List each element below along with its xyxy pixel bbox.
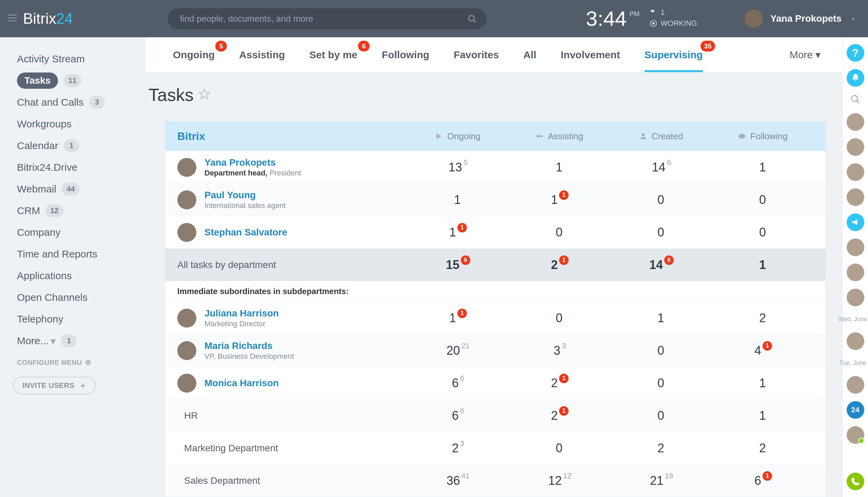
totals-row: All tasks by department 156 21 146 1 — [165, 248, 826, 281]
table-row[interactable]: Stephan Salvatore11000 — [165, 216, 826, 248]
contact-avatar[interactable] — [846, 289, 864, 306]
user-menu[interactable]: Yana Prokopets ▾ — [745, 10, 854, 28]
tab[interactable]: Assisting — [227, 37, 297, 72]
search-input[interactable] — [168, 8, 486, 29]
svg-line-4 — [473, 20, 476, 23]
sidebar-item[interactable]: Activity Stream — [8, 48, 138, 70]
table-cell: 0 — [508, 311, 610, 325]
tab[interactable]: Involvement — [549, 37, 632, 72]
contact-avatar[interactable] — [846, 163, 864, 181]
table-row[interactable]: Juliana HarrisonMarketing Director11012 — [165, 301, 826, 334]
tab-label: All — [523, 49, 536, 61]
table-row[interactable]: HR662101 — [165, 399, 826, 431]
tab[interactable]: Ongoing5 — [161, 37, 227, 72]
person-name[interactable]: Stephan Salvatore — [205, 227, 287, 238]
clock-time: 3:44 — [586, 8, 627, 29]
contact-avatar[interactable] — [846, 376, 864, 394]
person-role: International sales agent — [205, 201, 286, 210]
col-created[interactable]: Created — [610, 131, 712, 142]
sidebar-item[interactable]: Webmail44 — [8, 178, 138, 200]
person-name[interactable]: Paul Young — [205, 190, 286, 201]
sidebar-item[interactable]: Bitrix24.Drive — [8, 157, 138, 178]
contact-avatar[interactable] — [846, 426, 864, 444]
tab[interactable]: Following — [370, 37, 441, 72]
clock-area: 3:44 PM 1 WORKING Yana Prokopets ▾ — [586, 8, 854, 29]
sidebar-item-label: Open Channels — [17, 292, 87, 303]
table-row[interactable]: Paul YoungInternational sales agent11100 — [165, 183, 826, 216]
sidebar-item-label: Telephony — [17, 313, 64, 325]
flag-indicator: 1 — [650, 8, 697, 17]
sidebar-item[interactable]: Tasks11 — [8, 70, 138, 91]
bitrix24-badge[interactable]: 24 — [846, 401, 864, 419]
contact-avatar[interactable] — [846, 138, 864, 156]
sidebar-item[interactable]: Chat and Calls3 — [8, 91, 138, 113]
sidebar-item[interactable]: Open Channels — [8, 287, 138, 308]
sidebar-item[interactable]: Time and Reports — [8, 243, 138, 265]
person-name[interactable]: Yana Prokopets — [205, 157, 301, 168]
tab[interactable]: All — [511, 37, 548, 72]
col-following[interactable]: Following — [712, 131, 813, 142]
star-icon[interactable] — [198, 88, 210, 102]
table-row[interactable]: Maria RichardsVP, Business Development20… — [165, 334, 826, 367]
table-row[interactable]: Monica Harrison662101 — [165, 367, 826, 399]
configure-menu[interactable]: CONFIGURE MENU ⚙ — [8, 352, 138, 377]
sidebar-item[interactable]: Calendar1 — [8, 135, 138, 157]
tab[interactable]: Favorites — [441, 37, 511, 72]
logo[interactable]: Bitrix 24 — [23, 10, 73, 27]
table-row[interactable]: Marketing Department23022 — [165, 431, 826, 464]
search-icon[interactable] — [468, 14, 477, 25]
sidebar-item-label: Tasks — [17, 72, 58, 89]
call-button[interactable] — [846, 473, 864, 490]
contact-avatar[interactable] — [846, 113, 864, 131]
table-cell: 135 — [407, 160, 508, 174]
sidebar-item-label: Chat and Calls — [17, 97, 84, 108]
tab-label: Ongoing — [173, 49, 215, 61]
rail-search-icon[interactable] — [850, 94, 860, 106]
company-name[interactable]: Bitrix — [177, 130, 407, 143]
table-cell: 0 — [610, 409, 712, 423]
table-cell: 146 — [610, 160, 712, 174]
rail-date: Tue, June 6 — [839, 357, 868, 369]
table-row[interactable]: Yana ProkopetsDepartment head, President… — [165, 151, 826, 183]
menu-icon[interactable] — [7, 12, 20, 25]
sidebar-item[interactable]: Company — [8, 222, 138, 243]
user-name: Yana Prokopets — [770, 13, 842, 24]
sidebar-item[interactable]: Applications — [8, 265, 138, 287]
notifications-button[interactable] — [846, 69, 864, 87]
tab[interactable]: Set by me6 — [297, 37, 370, 72]
dept-label: Marketing Department — [177, 443, 407, 454]
avatar — [177, 341, 196, 360]
sidebar-item[interactable]: Workgroups — [8, 113, 138, 135]
table-row[interactable]: Sales Department36411212211961 — [165, 464, 826, 497]
table-cell: 0 — [712, 225, 813, 240]
avatar — [177, 374, 196, 393]
person-name[interactable]: Maria Richards — [205, 340, 294, 351]
table-cell: 0 — [610, 225, 712, 240]
tab-badge: 6 — [358, 41, 370, 52]
svg-marker-7 — [199, 89, 209, 99]
contact-avatar[interactable] — [846, 188, 864, 206]
contact-avatar[interactable] — [846, 332, 864, 350]
sidebar-item[interactable]: Telephony — [8, 308, 138, 330]
page-title: Tasks — [149, 85, 194, 105]
col-assisting[interactable]: Assisting — [508, 131, 610, 142]
contact-avatar[interactable] — [846, 239, 864, 256]
help-button[interactable]: ? — [846, 44, 864, 62]
sidebar-more[interactable]: More... ▾ 1 — [8, 330, 138, 352]
table-cell: 0 — [610, 376, 712, 390]
page-title-row: Tasks — [146, 72, 842, 111]
sidebar-item[interactable]: CRM12 — [8, 200, 138, 222]
contact-avatar[interactable] — [846, 264, 864, 281]
sidebar: Activity StreamTasks11Chat and Calls3Wor… — [0, 37, 146, 497]
invite-users-button[interactable]: INVITE USERS ＋ — [13, 377, 96, 394]
tab[interactable]: Supervising35 — [632, 37, 715, 72]
person-name[interactable]: Monica Harrison — [205, 378, 279, 388]
sidebar-item-label: Activity Stream — [17, 53, 85, 65]
clock[interactable]: 3:44 PM 1 WORKING — [586, 8, 697, 29]
announce-button[interactable] — [846, 213, 864, 231]
tabs-more[interactable]: More ▾ — [783, 49, 827, 61]
person-name[interactable]: Juliana Harrison — [205, 308, 279, 319]
sidebar-badge: 11 — [64, 74, 81, 87]
svg-point-10 — [851, 96, 857, 102]
col-ongoing[interactable]: Ongoing — [407, 131, 508, 142]
